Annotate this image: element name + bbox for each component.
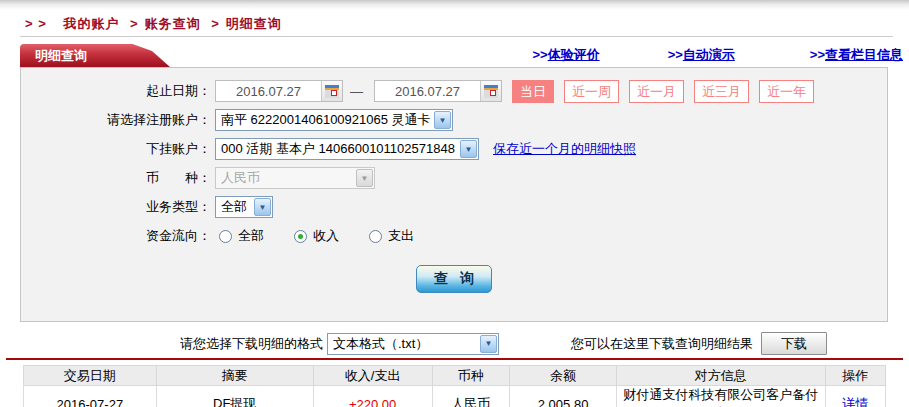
top-gradient-bar: [0, 0, 909, 9]
calendar-icon: [325, 85, 339, 98]
table-header-row: 交易日期 摘要 收入/支出 币种 余额 对方信息 操作: [24, 366, 886, 386]
quick-range-today-button[interactable]: 当日: [512, 80, 554, 103]
cell-date: 2016-07-27: [24, 386, 157, 407]
currency-row: 币 种： 人民币 ▼: [21, 166, 887, 190]
column-info-link[interactable]: >>查看栏目信息: [810, 46, 903, 64]
col-header-balance: 余额: [510, 366, 617, 386]
end-date-calendar-button[interactable]: [480, 81, 501, 101]
business-type-row: 业务类型： 全部 ▼: [21, 195, 887, 219]
currency-label: 币 种：: [21, 169, 211, 187]
currency-select-disabled: 人民币 ▼: [215, 167, 375, 189]
start-date-field: [215, 80, 343, 102]
chevron-down-icon: ▼: [460, 140, 477, 158]
save-snapshot-link[interactable]: 保存近一个月的明细快照: [493, 140, 636, 158]
auto-demo-link[interactable]: >>自动演示: [668, 46, 735, 64]
quick-range-year-button[interactable]: 近一年: [759, 80, 814, 103]
header-links: >>体验评价 >>自动演示 >>查看栏目信息: [455, 46, 903, 64]
date-range-separator: —: [350, 84, 363, 99]
link-label: 体验评价: [548, 47, 600, 62]
fund-flow-all-radio[interactable]: [219, 230, 232, 243]
download-button[interactable]: 下载: [761, 332, 827, 355]
cell-balance: 2,005.80: [510, 386, 617, 407]
sub-account-value: 000 活期 基本户 1406600101102571848: [221, 140, 455, 158]
cell-counterparty: 财付通支付科技有限公司客户备付金: [617, 386, 826, 407]
breadcrumb-arrows: > >: [25, 16, 47, 31]
link-prefix: >>: [668, 47, 683, 62]
col-header-summary: 摘要: [156, 366, 313, 386]
fund-flow-options: 全部 收入 支出: [219, 227, 444, 245]
breadcrumb-item-detail-query[interactable]: 明细查询: [226, 16, 282, 31]
breadcrumb-item-account-query[interactable]: 账务查询: [145, 16, 201, 31]
cell-summary: DF提现: [156, 386, 313, 407]
registered-account-value: 南平 6222001406100921065 灵通卡: [221, 111, 431, 129]
date-range-row: 起止日期： — 当日 近一周 近一月 近三月 近一年: [21, 79, 887, 103]
download-row: 请您选择下载明细的格式 文本格式（.txt） ▼ 您可以在这里下载查询明细结果 …: [0, 331, 909, 356]
download-format-label: 请您选择下载明细的格式: [180, 335, 323, 353]
download-format-value: 文本格式（.txt）: [333, 335, 428, 353]
col-header-action: 操作: [825, 366, 885, 386]
quick-range-3months-button[interactable]: 近三月: [694, 80, 749, 103]
fund-flow-expense-radio[interactable]: [369, 230, 382, 243]
cell-currency: 人民币: [432, 386, 510, 407]
download-format-select[interactable]: 文本格式（.txt） ▼: [327, 333, 499, 355]
quick-range-week-button[interactable]: 近一周: [564, 80, 619, 103]
divider: [20, 36, 893, 37]
cell-amount: +220.00: [313, 386, 432, 407]
link-label: 查看栏目信息: [825, 47, 903, 62]
end-date-field: [374, 80, 502, 102]
download-hint-label: 您可以在这里下载查询明细结果: [571, 335, 753, 353]
col-header-amount: 收入/支出: [313, 366, 432, 386]
breadcrumb: > > 我的账户 >账务查询 >明细查询: [25, 15, 282, 33]
chevron-down-icon: ▼: [434, 111, 451, 129]
currency-value: 人民币: [221, 169, 260, 187]
fund-flow-row: 资金流向： 全部 收入 支出: [21, 224, 887, 248]
table-top-rule: [6, 358, 903, 360]
calendar-icon: [484, 85, 498, 98]
results-table: 交易日期 摘要 收入/支出 币种 余额 对方信息 操作 2016-07-27 D…: [23, 365, 886, 407]
business-type-select[interactable]: 全部 ▼: [215, 196, 273, 218]
quick-range-month-button[interactable]: 近一月: [629, 80, 684, 103]
page-title-tab: 明细查询: [20, 44, 170, 67]
fund-flow-income-label[interactable]: 收入: [313, 227, 339, 245]
sub-account-select[interactable]: 000 活期 基本户 1406600101102571848 ▼: [215, 138, 479, 160]
chevron-down-icon: ▼: [254, 198, 271, 216]
date-range-label: 起止日期：: [21, 82, 211, 100]
registered-account-row: 请选择注册账户： 南平 6222001406100921065 灵通卡 ▼: [21, 108, 887, 132]
page: > > 我的账户 >账务查询 >明细查询 明细查询 >>体验评价 >>自动演示 …: [0, 0, 909, 407]
detail-link[interactable]: 详情: [842, 396, 868, 407]
business-type-label: 业务类型：: [21, 198, 211, 216]
col-header-currency: 币种: [432, 366, 510, 386]
table-row: 2016-07-27 DF提现 +220.00 人民币 2,005.80 财付通…: [24, 386, 886, 407]
registered-account-select[interactable]: 南平 6222001406100921065 灵通卡 ▼: [215, 109, 453, 131]
col-header-counterparty: 对方信息: [617, 366, 826, 386]
fund-flow-income-radio[interactable]: [294, 230, 307, 243]
breadcrumb-separator: >: [130, 16, 139, 31]
chevron-down-icon: ▼: [480, 335, 497, 353]
registered-account-label: 请选择注册账户：: [21, 111, 211, 129]
results-table-section: 交易日期 摘要 收入/支出 币种 余额 对方信息 操作 2016-07-27 D…: [6, 358, 903, 407]
col-header-date: 交易日期: [24, 366, 157, 386]
sub-account-label: 下挂账户：: [21, 140, 211, 158]
start-date-calendar-button[interactable]: [321, 81, 342, 101]
sub-account-row: 下挂账户： 000 活期 基本户 1406600101102571848 ▼ 保…: [21, 137, 887, 161]
query-button[interactable]: 查 询: [416, 265, 492, 293]
business-type-value: 全部: [221, 198, 247, 216]
cell-action: 详情: [825, 386, 885, 407]
breadcrumb-item-my-account[interactable]: 我的账户: [63, 16, 119, 31]
experience-link[interactable]: >>体验评价: [532, 46, 599, 64]
link-prefix: >>: [810, 47, 825, 62]
fund-flow-label: 资金流向：: [21, 227, 211, 245]
chevron-down-icon: ▼: [356, 169, 373, 187]
link-label: 自动演示: [683, 47, 735, 62]
fund-flow-all-label[interactable]: 全部: [238, 227, 264, 245]
end-date-input[interactable]: [375, 84, 480, 99]
breadcrumb-separator: >: [211, 16, 220, 31]
query-form-panel: 起止日期： — 当日 近一周 近一月 近三月 近一年 请选择注册账户： 南平 6…: [20, 67, 888, 322]
link-prefix: >>: [532, 47, 547, 62]
fund-flow-expense-label[interactable]: 支出: [388, 227, 414, 245]
start-date-input[interactable]: [216, 84, 321, 99]
